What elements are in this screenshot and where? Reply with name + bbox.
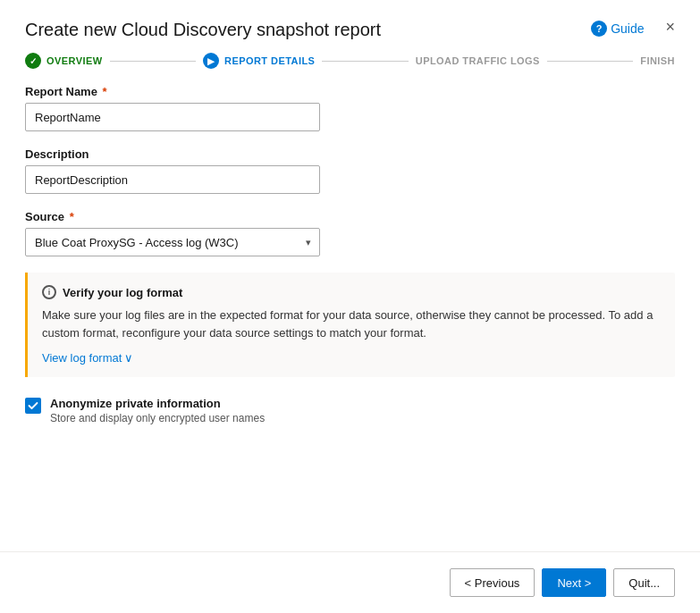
- report-name-group: Report Name *: [25, 85, 675, 131]
- dialog-header: Create new Cloud Discovery snapshot repo…: [0, 0, 700, 49]
- source-select[interactable]: Blue Coat ProxySG - Access log (W3C) Cis…: [25, 228, 320, 256]
- required-star-source: *: [66, 210, 74, 223]
- header-right: ? Guide ×: [591, 20, 675, 37]
- previous-label: < Previous: [465, 576, 520, 590]
- source-label: Source *: [25, 210, 675, 223]
- step-overview-label: OVERVIEW: [46, 55, 103, 66]
- step-line-3: [547, 61, 633, 62]
- step-report-details-label: REPORT DETAILS: [224, 55, 315, 66]
- info-box-title: Verify your log format: [63, 286, 182, 299]
- quit-label: Quit...: [628, 576, 660, 590]
- step-line-1: [110, 61, 196, 62]
- step-line-2: [322, 61, 408, 62]
- anonymize-label-group: Anonymize private information Store and …: [50, 397, 265, 424]
- description-group: Description: [25, 147, 675, 194]
- source-select-wrapper: Blue Coat ProxySG - Access log (W3C) Cis…: [25, 228, 320, 256]
- checkmark-icon: [28, 400, 38, 411]
- guide-link[interactable]: ? Guide: [591, 21, 644, 37]
- dialog-footer: < Previous Next > Quit...: [0, 551, 700, 613]
- step-overview-icon: ✓: [25, 53, 41, 69]
- close-button[interactable]: ×: [665, 18, 675, 37]
- guide-label: Guide: [611, 21, 644, 36]
- guide-icon: ?: [591, 21, 607, 37]
- info-box: i Verify your log format Make sure your …: [25, 273, 675, 377]
- report-name-input[interactable]: [25, 103, 320, 131]
- view-log-format-label: View log format: [42, 351, 122, 365]
- view-log-format-link[interactable]: View log format ∨: [42, 351, 133, 365]
- previous-button[interactable]: < Previous: [450, 568, 536, 597]
- steps-bar: ✓ OVERVIEW ▶ REPORT DETAILS UPLOAD TRAFF…: [0, 53, 700, 69]
- step-report-details: ▶ REPORT DETAILS: [203, 53, 315, 69]
- description-label: Description: [25, 147, 675, 161]
- next-label: Next >: [557, 576, 591, 590]
- anonymize-label: Anonymize private information: [50, 397, 265, 410]
- step-overview: ✓ OVERVIEW: [25, 53, 103, 69]
- report-name-label: Report Name *: [25, 85, 675, 98]
- dialog: Create new Cloud Discovery snapshot repo…: [0, 0, 700, 613]
- step-upload-traffic-logs: UPLOAD TRAFFIC LOGS: [416, 55, 540, 66]
- next-button[interactable]: Next >: [542, 568, 606, 597]
- step-report-details-icon: ▶: [203, 53, 219, 69]
- step-finish-label: FINISH: [640, 55, 675, 66]
- info-box-body: Make sure your log files are in the expe…: [42, 306, 661, 341]
- description-input[interactable]: [25, 165, 320, 194]
- anonymize-checkbox-group: Anonymize private information Store and …: [25, 397, 675, 424]
- dialog-content: Report Name * Description Source * Blue …: [0, 85, 700, 551]
- anonymize-sublabel: Store and display only encrypted user na…: [50, 412, 265, 424]
- quit-button[interactable]: Quit...: [613, 568, 675, 597]
- required-star-name: *: [99, 85, 107, 98]
- view-log-chevron-icon: ∨: [124, 351, 133, 365]
- info-box-header: i Verify your log format: [42, 285, 661, 299]
- anonymize-checkbox[interactable]: [25, 398, 41, 414]
- step-upload-traffic-logs-label: UPLOAD TRAFFIC LOGS: [416, 55, 540, 66]
- step-finish: FINISH: [640, 55, 675, 66]
- source-group: Source * Blue Coat ProxySG - Access log …: [25, 210, 675, 256]
- info-icon: i: [42, 285, 56, 299]
- dialog-title: Create new Cloud Discovery snapshot repo…: [25, 20, 381, 40]
